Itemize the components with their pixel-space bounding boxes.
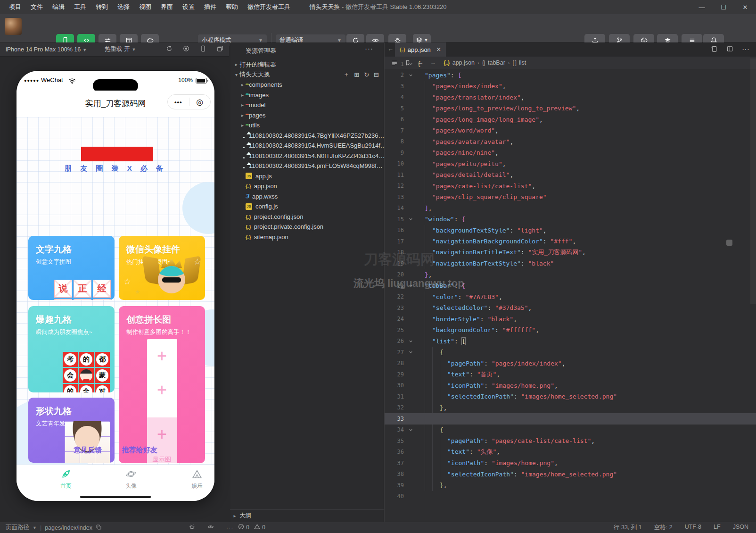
code-line-13[interactable]: 13"pages/clip_square/clip_square": [385, 192, 756, 203]
page-path-control[interactable]: 页面路径 ▼ | pages/index/index: [6, 524, 102, 532]
code-line-37[interactable]: 37"iconPath": "images/home.png",: [385, 458, 756, 469]
tree-item-project.private.config.json[interactable]: {..}project.private.config.json: [230, 222, 384, 232]
footer-link-意见反馈[interactable]: 意见反馈: [74, 446, 102, 454]
code-line-32[interactable]: 32},: [385, 402, 756, 414]
code-line-27[interactable]: 27{: [385, 347, 756, 358]
card-text-nine[interactable]: 文字九格创意文字拼图说正经事专用: [28, 236, 115, 300]
code-line-5[interactable]: 5"pages/long_to_preview/long_to_preview"…: [385, 103, 756, 114]
user-avatar[interactable]: [5, 18, 22, 35]
more-actions-icon[interactable]: ···: [742, 45, 749, 54]
menu-插件[interactable]: 插件: [200, 1, 221, 13]
tree-item-app.wxss[interactable]: Ɜapp.wxss: [230, 192, 384, 202]
fold-chevron-icon[interactable]: [404, 61, 417, 67]
status-2[interactable]: 空格: 2: [654, 524, 673, 532]
code-line-3[interactable]: 3"pages/index/index",: [385, 81, 756, 92]
split-editor-icon[interactable]: [726, 45, 733, 54]
fold-chevron-icon[interactable]: [404, 339, 417, 344]
tree-item-model[interactable]: ▸model: [230, 100, 384, 110]
collapse-icon[interactable]: ⊟: [374, 71, 379, 78]
bug-icon[interactable]: [189, 524, 195, 532]
fold-chevron-icon[interactable]: [404, 73, 417, 78]
more-icon[interactable]: ···: [226, 525, 234, 531]
exit-target-button[interactable]: ◎: [189, 97, 211, 107]
minimize-button[interactable]: —: [691, 0, 713, 14]
new-file-icon[interactable]: ＋: [343, 70, 349, 79]
tree-item-1108100302.480839154.N0fTJfoKP[interactable]: 1108100302.480839154.N0fTJfoKPZZl43d31c4…: [230, 151, 384, 161]
code-line-15[interactable]: 15"window": {: [385, 214, 756, 225]
card-avatar-pendant[interactable]: 微信头像挂件热门挂件免费用~☆☆★: [119, 236, 205, 300]
status-LF[interactable]: LF: [714, 524, 721, 532]
menu-选择[interactable]: 选择: [113, 1, 134, 13]
code-line-34[interactable]: 34{: [385, 425, 756, 436]
problems-indicator[interactable]: 0 0: [238, 524, 265, 531]
code-line-10[interactable]: 10"pages/peitu/peitu",: [385, 158, 756, 170]
refresh-icon[interactable]: ↻: [364, 71, 369, 78]
tree-item-1108100302.480839154.HvmSUEEAS[interactable]: 1108100302.480839154.HvmSUEEASgBu2914f…: [230, 141, 384, 151]
menu-视图[interactable]: 视图: [135, 1, 156, 13]
code-line-20[interactable]: 20},: [385, 269, 756, 281]
multi-window-icon[interactable]: [217, 45, 223, 53]
eye-icon[interactable]: [207, 524, 214, 532]
hot-reload-toggle[interactable]: 热重载 开▼: [87, 45, 136, 53]
editor-scrollbar[interactable]: [750, 58, 756, 304]
close-tab-icon[interactable]: ✕: [436, 46, 441, 53]
close-button[interactable]: ✕: [734, 0, 756, 14]
code-line-40[interactable]: 40: [385, 491, 756, 502]
code-line-7[interactable]: 7"pages/word/word",: [385, 125, 756, 136]
code-line-19[interactable]: 19"navigationBarTextStyle": "black": [385, 258, 756, 269]
code-line-35[interactable]: 35"pagePath": "pages/cate-list/cate-list…: [385, 435, 756, 447]
open-preview-icon[interactable]: [711, 45, 718, 54]
record-icon[interactable]: [183, 45, 189, 53]
tree-item-sitemap.json[interactable]: {..}sitemap.json: [230, 232, 384, 242]
more-actions-icon[interactable]: ···: [365, 44, 373, 52]
maximize-button[interactable]: ☐: [713, 0, 734, 14]
device-select[interactable]: iPhone 14 Pro Max 100% 16▼: [0, 46, 87, 53]
tree-item-utils[interactable]: ▸utils: [230, 120, 384, 131]
outline-section[interactable]: ▸ 大纲: [230, 509, 384, 522]
tree-item-app.json[interactable]: {..}app.json: [230, 181, 384, 192]
fold-chevron-icon[interactable]: [404, 427, 417, 433]
new-folder-icon[interactable]: ⊞: [354, 71, 359, 78]
code-line-4[interactable]: 4"pages/translator/index",: [385, 92, 756, 103]
menu-工具[interactable]: 工具: [70, 1, 90, 13]
card-long-image[interactable]: 创意拼长图制作创意多图的高手！！+++显示图: [119, 306, 205, 463]
code-line-39[interactable]: 39},: [385, 480, 756, 491]
tree-item-1108100302.480839154.pmFLO5W84[interactable]: 1108100302.480839154.pmFLO5W84cqM998f…: [230, 161, 384, 171]
code-line-25[interactable]: 25"backgroundColor": "#ffffff",: [385, 325, 756, 336]
tab-娱乐[interactable]: 娱乐: [176, 468, 214, 490]
footer-link-推荐给好友[interactable]: 推荐给好友: [122, 446, 157, 454]
fold-chevron-icon[interactable]: [404, 283, 417, 288]
code-line-33[interactable]: 33: [385, 413, 756, 425]
status-UTF-8[interactable]: UTF-8: [685, 524, 701, 532]
code-line-29[interactable]: 29"text": "首页",: [385, 369, 756, 380]
tree-item-components[interactable]: ▸components: [230, 80, 384, 90]
tab-头像[interactable]: 头像: [110, 468, 152, 490]
tree-item-app.js[interactable]: JSapp.js: [230, 171, 384, 182]
tree-item-情头天天换[interactable]: ▾情头天天换＋⊞↻⊟: [230, 70, 384, 80]
tree-item-pages[interactable]: ▸pages: [230, 110, 384, 121]
tab-app-json[interactable]: {..} app.json ✕: [395, 42, 446, 57]
code-line-16[interactable]: 16"backgroundTextStyle": "light",: [385, 225, 756, 236]
history-back-icon[interactable]: ←: [387, 45, 394, 52]
menu-设置[interactable]: 设置: [178, 1, 199, 13]
menu-转到[interactable]: 转到: [91, 1, 112, 13]
code-line-14[interactable]: 14],: [385, 203, 756, 214]
tree-item-config.js[interactable]: JSconfig.js: [230, 201, 384, 212]
card-fun-nine[interactable]: 爆趣九格瞬间成为朋友圈焦点~考的都会蒙的全对: [28, 306, 115, 392]
tree-item-1108100302.480839154.7BgYlliX4[interactable]: 1108100302.480839154.7BgYlliX46PZ527b236…: [230, 131, 384, 141]
code-line-1[interactable]: 1{: [385, 58, 756, 70]
code-line-12[interactable]: 12"pages/cate-list/cate-list",: [385, 181, 756, 192]
menu-编辑[interactable]: 编辑: [48, 1, 69, 13]
fold-chevron-icon[interactable]: [404, 217, 417, 222]
code-line-18[interactable]: 18"navigationBarTitleText": "实用_刀客源码网",: [385, 247, 756, 258]
status-JSON[interactable]: JSON: [733, 524, 748, 532]
tree-item-project.config.json[interactable]: {..}project.config.json: [230, 212, 384, 222]
more-options-button[interactable]: •••: [168, 99, 189, 106]
refresh-icon[interactable]: [166, 45, 173, 53]
code-line-31[interactable]: 31"selectedIconPath": "images/home_selec…: [385, 391, 756, 402]
code-line-28[interactable]: 28"pagePath": "pages/index/index",: [385, 358, 756, 369]
copy-icon[interactable]: [96, 524, 102, 532]
code-line-22[interactable]: 22"color": "#7A7E83",: [385, 291, 756, 303]
menu-微信开发者工具[interactable]: 微信开发者工具: [243, 1, 295, 13]
code-line-9[interactable]: 9"pages/nine/nine",: [385, 147, 756, 158]
